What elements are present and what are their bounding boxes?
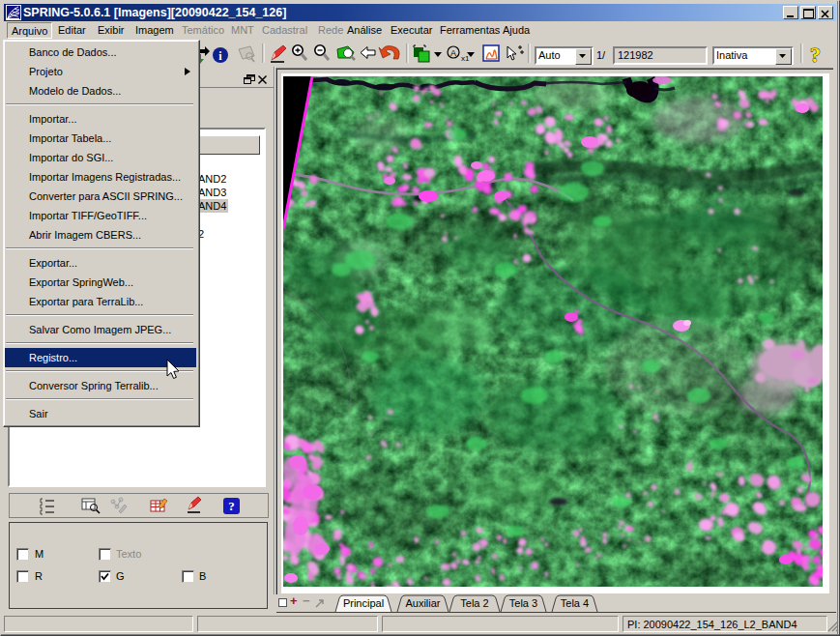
svg-text:Tela 3: Tela 3 xyxy=(509,597,537,609)
svg-text:Auxiliar: Auxiliar xyxy=(405,597,440,609)
svg-text:Tela 2: Tela 2 xyxy=(460,597,488,609)
svg-text:Tela 4: Tela 4 xyxy=(561,597,589,609)
svg-text:A: A xyxy=(450,48,456,58)
svg-text:x1: x1 xyxy=(461,54,470,63)
svg-text:?: ? xyxy=(228,499,235,513)
svg-text:Principal: Principal xyxy=(343,597,384,609)
svg-text:?: ? xyxy=(810,43,821,67)
